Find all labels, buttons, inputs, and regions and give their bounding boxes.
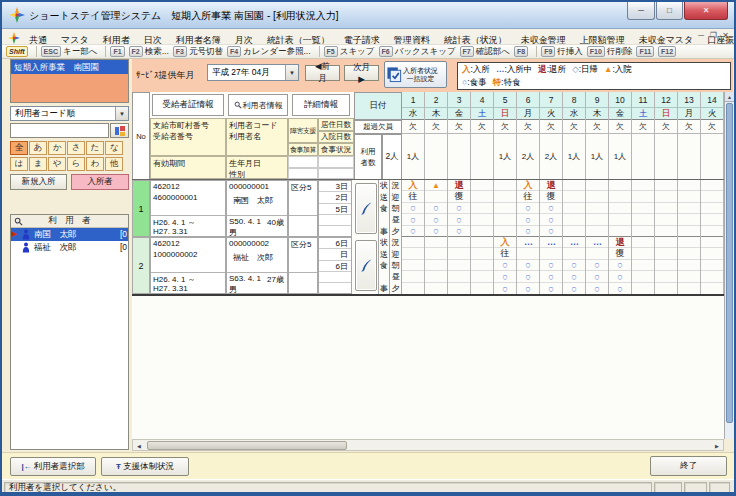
mark-cell-transport[interactable] [678,191,700,202]
scroll-up-icon[interactable]: ▲ [725,92,734,102]
mark-cell-status[interactable]: 入 [517,180,539,191]
kana-filter-か[interactable]: か [48,141,66,155]
support-level-cell[interactable]: 区分5 [288,237,318,294]
mark-cell-evening[interactable] [655,283,677,294]
mark-cell-evening[interactable]: ○ [448,226,470,237]
mark-cell-status[interactable]: … [586,237,608,248]
mark-cell-morning[interactable] [632,260,654,271]
mark-cell-evening[interactable] [701,226,723,237]
mark-cell-noon[interactable] [425,271,447,282]
mark-cell-noon[interactable] [701,214,723,225]
toolbar-key-F3[interactable]: F3 [173,46,187,57]
toolbar-command-label[interactable]: スキップ [340,46,375,58]
mark-cell-morning[interactable] [425,260,447,271]
horizontal-scrollbar[interactable]: ◀ ▶ [132,439,724,451]
mark-cell-status[interactable] [632,180,654,191]
user-search-input[interactable] [10,123,109,138]
mark-cell-transport[interactable] [632,248,654,259]
mark-cell-noon[interactable] [701,271,723,282]
mark-cell-evening[interactable] [632,226,654,237]
kana-filter-あ[interactable]: あ [29,141,47,155]
mark-cell-evening[interactable] [494,226,516,237]
user-list-item[interactable]: ▶南国 太郎[0 [11,228,128,241]
mark-cell-status[interactable] [655,237,677,248]
mark-cell-evening[interactable]: ○ [609,283,631,294]
toolbar-key-F10[interactable]: F10 [587,46,605,57]
toolbar-command-label[interactable]: 検索... [145,46,169,58]
mark-cell-morning[interactable]: ○ [540,260,562,271]
mark-cell-transport[interactable]: 往 [402,191,424,202]
mark-cell-transport[interactable] [494,191,516,202]
mark-cell-morning[interactable]: ○ [540,203,562,214]
mark-cell-morning[interactable] [701,203,723,214]
mark-cell-morning[interactable] [678,203,700,214]
mark-cell-morning[interactable]: ○ [425,203,447,214]
mark-cell-status[interactable]: 退 [609,237,631,248]
mark-cell-transport[interactable]: 往 [494,248,516,259]
mark-cell-status[interactable]: 入 [402,180,424,191]
toolbar-key-F6[interactable]: F6 [379,46,393,57]
mark-cell-morning[interactable]: ○ [448,203,470,214]
mark-cell-transport[interactable] [402,248,424,259]
mark-cell-morning[interactable] [402,260,424,271]
toolbar-command-label[interactable]: 元号切替 [189,46,223,58]
chevron-down-icon[interactable]: ▼ [115,107,128,120]
mark-cell-status[interactable]: ▲ [425,180,447,191]
sort-order-dropdown[interactable]: 利用者コード順 ▼ [10,106,129,121]
mark-cell-morning[interactable] [563,203,585,214]
kana-filter-た[interactable]: た [86,141,104,155]
edit-quill-button[interactable] [355,240,377,291]
mark-cell-morning[interactable]: ○ [586,260,608,271]
mark-cell-transport[interactable] [655,191,677,202]
mark-cell-noon[interactable] [655,214,677,225]
mark-cell-evening[interactable] [678,226,700,237]
mark-cell-noon[interactable]: ○ [517,271,539,282]
residents-button[interactable]: 入所者 [71,174,129,190]
mark-cell-status[interactable] [402,237,424,248]
mark-cell-transport[interactable] [563,191,585,202]
mark-cell-evening[interactable]: ○ [517,226,539,237]
mark-cell-transport[interactable]: 復 [540,191,562,202]
mark-cell-morning[interactable] [632,203,654,214]
mark-cell-noon[interactable] [632,214,654,225]
mark-cell-morning[interactable] [678,260,700,271]
kana-filter-は[interactable]: は [10,157,28,171]
row-number-cell[interactable]: 2 [132,237,150,294]
mark-cell-status[interactable] [471,237,493,248]
mark-cell-transport[interactable] [678,248,700,259]
mark-cell-status[interactable] [563,180,585,191]
mark-cell-noon[interactable]: ○ [540,271,562,282]
toolbar-key-F1[interactable]: F1 [110,46,124,57]
mark-cell-status[interactable]: … [563,237,585,248]
mark-cell-transport[interactable]: 復 [448,191,470,202]
mark-cell-status[interactable] [701,237,723,248]
batch-status-button[interactable]: 入所者状況一括設定 [384,61,447,88]
kana-filter-ら[interactable]: ら [67,157,85,171]
mark-cell-evening[interactable] [701,283,723,294]
mark-cell-morning[interactable] [701,260,723,271]
facility-item[interactable]: 短期入所事業 南国園 [11,60,128,74]
mark-cell-noon[interactable]: ○ [425,214,447,225]
toolbar-command-label[interactable]: バックスキップ [395,46,456,58]
day-counts-cell[interactable]: 6日 日 6日 [318,237,352,294]
toolbar-key-F12[interactable]: F12 [658,46,676,57]
mark-cell-morning[interactable]: ○ [494,260,516,271]
mark-cell-transport[interactable] [471,248,493,259]
toolbar-key-F8[interactable]: F8 [514,46,528,57]
search-filter-button[interactable] [110,123,129,138]
mark-cell-evening[interactable]: ○ [494,283,516,294]
toolbar-key-F5[interactable]: F5 [324,46,338,57]
kana-filter-わ[interactable]: わ [86,157,104,171]
mark-cell-status[interactable]: … [517,237,539,248]
mark-cell-transport[interactable] [609,191,631,202]
day-counts-cell[interactable]: 3日 2日 5日 [318,180,352,237]
vertical-scrollbar[interactable]: ▲ [724,92,733,439]
mark-cell-evening[interactable]: ○ [402,226,424,237]
toolbar-command-label[interactable]: 確認部へ [476,46,510,58]
mark-cell-morning[interactable]: ○ [402,203,424,214]
mark-cell-evening[interactable] [655,226,677,237]
mark-cell-evening[interactable] [471,283,493,294]
mark-cell-transport[interactable] [448,248,470,259]
mark-cell-noon[interactable]: ○ [563,271,585,282]
mark-cell-morning[interactable]: ○ [609,260,631,271]
